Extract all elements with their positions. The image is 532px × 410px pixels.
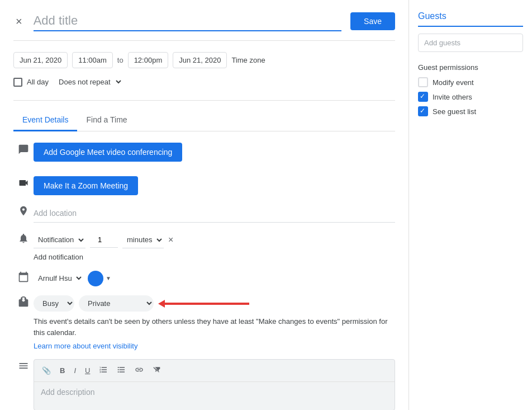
meet-section: Add Google Meet video conferencing <box>13 143 395 167</box>
header: × Save <box>13 11 395 31</box>
repeat-select[interactable]: Does not repeat Every day Every week Eve… <box>53 75 123 89</box>
notification-section: Notification Email minutes hours days we… <box>13 232 395 261</box>
attachment-button[interactable]: 📎 <box>39 364 54 377</box>
sidebar: Guests Guest permissions Modify event In… <box>409 0 532 410</box>
location-icon-container <box>13 204 34 216</box>
tabs: Event Details Find a Time <box>13 110 395 131</box>
location-icon <box>18 205 29 216</box>
zoom-content: Make It a Zoom Meeting <box>34 176 395 195</box>
permission-invite: Invite others <box>418 92 523 102</box>
busy-select[interactable]: Busy Free <box>34 295 74 312</box>
title-input[interactable] <box>34 11 341 31</box>
description-section: 📎 B I U <box>13 359 395 410</box>
align-icon-container <box>13 359 34 371</box>
link-button[interactable] <box>131 363 147 378</box>
tab-event-details[interactable]: Event Details <box>13 110 77 131</box>
underline-button[interactable]: U <box>82 364 93 377</box>
unordered-list-button[interactable] <box>113 363 129 378</box>
allday-divider <box>13 100 395 101</box>
allday-checkbox[interactable] <box>13 78 22 87</box>
briefcase-icon-container <box>13 295 34 308</box>
warning-text: This event's details can't be seen by ot… <box>34 316 395 338</box>
start-time-button[interactable]: 11:00am <box>72 52 113 68</box>
calendar-content: Arnulf Hsu ▼ <box>34 270 395 286</box>
notification-unit-select[interactable]: minutes hours days weeks <box>122 232 164 248</box>
to-label: to <box>117 56 124 64</box>
notification-row: Notification Email minutes hours days we… <box>34 232 395 248</box>
red-arrow-body <box>163 303 249 305</box>
location-section <box>13 204 395 223</box>
notification-content: Notification Email minutes hours days we… <box>34 232 395 261</box>
start-date-button[interactable]: Jun 21, 2020 <box>13 52 68 68</box>
briefcase-icon <box>18 296 29 308</box>
calendar-icon-container <box>13 270 34 282</box>
zoom-section: Make It a Zoom Meeting <box>13 176 395 195</box>
end-date-button[interactable]: Jun 21, 2020 <box>173 52 227 68</box>
see-guest-list-checkbox[interactable] <box>418 106 428 116</box>
meet-icon <box>13 143 34 155</box>
calendar-row: Arnulf Hsu ▼ <box>34 270 395 286</box>
calendar-select[interactable]: Arnulf Hsu <box>34 270 83 286</box>
status-section: Busy Free Private Public Default visibil… <box>13 295 395 350</box>
header-divider <box>13 40 395 41</box>
zoom-icon <box>13 176 34 188</box>
red-arrow-head <box>158 300 165 308</box>
timezone-link[interactable]: Time zone <box>231 56 265 64</box>
description-editor: 📎 B I U <box>34 359 395 410</box>
close-button[interactable]: × <box>13 13 25 30</box>
video-icon <box>18 177 29 188</box>
modify-event-label: Modify event <box>433 78 474 87</box>
tab-find-time[interactable]: Find a Time <box>77 110 136 131</box>
zoom-button[interactable]: Make It a Zoom Meeting <box>34 176 138 195</box>
permissions-title: Guest permissions <box>418 63 523 72</box>
italic-button[interactable]: I <box>70 364 79 377</box>
add-notification-link[interactable]: Add notification <box>34 253 395 261</box>
save-button[interactable]: Save <box>350 12 395 30</box>
invite-others-label: Invite others <box>433 93 472 101</box>
guests-title: Guests <box>418 11 523 27</box>
calendar-icon <box>18 271 29 282</box>
see-guest-list-label: See guest list <box>433 107 476 116</box>
description-input[interactable]: Add description <box>34 382 395 410</box>
status-content: Busy Free Private Public Default visibil… <box>34 295 395 350</box>
notification-type-select[interactable]: Notification Email <box>34 232 86 248</box>
bold-button[interactable]: B <box>56 364 68 377</box>
permission-see-list: See guest list <box>418 106 523 116</box>
allday-row: All day Does not repeat Every day Every … <box>13 75 395 89</box>
color-arrow: ▼ <box>106 275 111 281</box>
editor-toolbar: 📎 B I U <box>34 360 395 382</box>
color-selector[interactable]: ▼ <box>88 271 111 286</box>
google-meet-button[interactable]: Add Google Meet video conferencing <box>34 143 182 162</box>
notification-clear-button[interactable]: × <box>168 235 173 245</box>
red-arrow-indicator <box>163 303 249 305</box>
allday-label: All day <box>27 78 49 86</box>
ordered-list-button[interactable] <box>96 363 111 378</box>
privacy-select[interactable]: Private Public Default visibility <box>79 295 154 312</box>
description-placeholder: Add description <box>41 388 95 397</box>
meet-content: Add Google Meet video conferencing <box>34 143 395 167</box>
invite-others-checkbox[interactable] <box>418 92 428 102</box>
status-row: Busy Free Private Public Default visibil… <box>34 295 395 312</box>
permission-modify: Modify event <box>418 77 523 87</box>
clear-formatting-button[interactable] <box>149 363 165 378</box>
datetime-row: Jun 21, 2020 11:00am to 12:00pm Jun 21, … <box>13 52 395 68</box>
chat-icon <box>18 144 29 155</box>
color-dot[interactable] <box>88 271 103 286</box>
calendar-section: Arnulf Hsu ▼ <box>13 270 395 286</box>
end-time-button[interactable]: 12:00pm <box>128 52 169 68</box>
add-guests-input[interactable] <box>418 34 523 52</box>
location-content <box>34 204 395 223</box>
notification-value-input[interactable] <box>90 232 118 248</box>
align-icon <box>18 360 29 371</box>
bell-icon <box>18 233 29 244</box>
bell-icon-container <box>13 232 34 244</box>
learn-more-link[interactable]: Learn more about event visibility <box>34 342 137 350</box>
location-input[interactable] <box>34 204 395 223</box>
modify-event-checkbox[interactable] <box>418 77 428 87</box>
description-content: 📎 B I U <box>34 359 395 410</box>
